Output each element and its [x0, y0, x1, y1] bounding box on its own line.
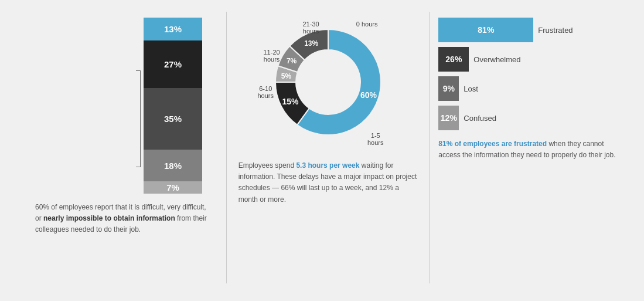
- panel-feelings: 81%Frustrated26%Overwhelmed9%Lost12%Conf…: [432, 12, 626, 283]
- panel1-desc-plain: 60% of employees report that it is diffi…: [35, 203, 207, 234]
- panel1-desc-bold: nearly impossible to obtain information: [43, 214, 175, 222]
- donut-chart: 60%15%5%7%13%: [261, 15, 396, 150]
- panel1-description: 60% of employees report that it is diffi…: [35, 202, 214, 236]
- label-11hours: 11-20hours: [264, 49, 280, 63]
- h-bar-track: 9%: [438, 76, 459, 101]
- bar-segment-18%: 18%: [144, 150, 202, 181]
- bar-segment-27%: 27%: [144, 40, 202, 88]
- h-bar-row-lost: 9%Lost: [438, 76, 618, 101]
- svg-text:13%: 13%: [304, 39, 318, 48]
- label-21hours: 21-30hours: [303, 21, 319, 35]
- h-bar-track: 12%: [438, 106, 459, 130]
- label-1hours: 1-5hours: [367, 132, 384, 146]
- bar-segment-7%: 7%: [144, 181, 202, 194]
- main-container: 13%27%35%18%7% 60% of employees report t…: [0, 0, 644, 301]
- panel-hours: 60%15%5%7%13% 0 hours 21-30hours 11-20ho…: [230, 12, 427, 283]
- divider-2: [429, 12, 430, 283]
- label-6hours: 6-10hours: [258, 85, 274, 99]
- label-0hours: 0 hours: [356, 21, 378, 28]
- svg-text:60%: 60%: [360, 90, 377, 100]
- panel2-description: Employees spend 5.3 hours per week waiti…: [238, 160, 418, 205]
- divider-1: [226, 12, 227, 283]
- h-bar-fill: 9%: [438, 76, 459, 101]
- h-bar-track: 26%: [438, 47, 469, 72]
- h-bar-row-confused: 12%Confused: [438, 106, 618, 130]
- annotation-bracket: [136, 70, 141, 167]
- h-bar-label-frustrated: Frustrated: [538, 26, 573, 35]
- bar-segment-13%: 13%: [144, 18, 202, 40]
- horizontal-bars: 81%Frustrated26%Overwhelmed9%Lost12%Conf…: [438, 18, 618, 130]
- donut-container: 60%15%5%7%13% 0 hours 21-30hours 11-20ho…: [261, 15, 396, 152]
- svg-text:7%: 7%: [286, 57, 297, 65]
- bar-segment-35%: 35%: [144, 88, 202, 150]
- svg-text:5%: 5%: [281, 72, 291, 80]
- panel-difficulty: 13%27%35%18%7% 60% of employees report t…: [18, 12, 223, 283]
- stacked-bar: 13%27%35%18%7%: [144, 18, 202, 194]
- panel2-bold: 5.3 hours per week: [296, 161, 359, 170]
- svg-text:15%: 15%: [282, 97, 299, 106]
- h-bar-fill: 26%: [438, 47, 469, 72]
- h-bar-label-confused: Confused: [464, 114, 496, 123]
- h-bar-fill: 12%: [438, 106, 459, 130]
- panel3-description: 81% of employees are frustrated when the…: [438, 138, 618, 161]
- stacked-bar-wrapper: 13%27%35%18%7%: [82, 18, 202, 194]
- h-bar-row-frustrated: 81%Frustrated: [438, 18, 618, 42]
- svg-point-5: [296, 50, 360, 114]
- h-bar-label-lost: Lost: [464, 84, 478, 93]
- h-bar-label-overwhelmed: Overwhelmed: [473, 55, 520, 64]
- panel3-bold: 81% of employees are frustrated: [438, 140, 547, 148]
- annotation-area: [82, 18, 141, 194]
- h-bar-track: 81%: [438, 18, 533, 42]
- h-bar-row-overwhelmed: 26%Overwhelmed: [438, 47, 618, 72]
- h-bar-fill: 81%: [438, 18, 533, 42]
